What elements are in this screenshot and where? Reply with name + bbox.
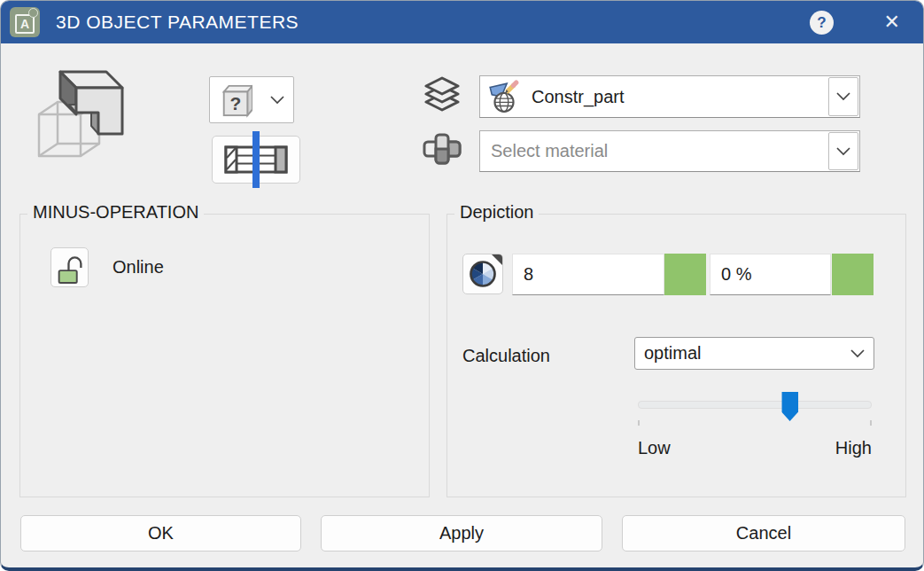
close-button[interactable]: ✕ xyxy=(884,10,900,34)
material-connector-icon xyxy=(423,129,462,169)
cross-section-beam-icon xyxy=(219,128,293,192)
layer-select[interactable]: Constr_part xyxy=(479,75,860,118)
pie-segments-icon xyxy=(467,258,499,290)
lock-toggle-button[interactable] xyxy=(50,247,89,287)
layer-select-arrow[interactable] xyxy=(828,77,858,116)
calculation-select-value: optimal xyxy=(644,343,701,364)
close-icon: ✕ xyxy=(884,11,900,33)
minus-operation-cubes-icon xyxy=(35,63,125,171)
chevron-down-icon xyxy=(836,92,850,101)
online-status-label: Online xyxy=(113,257,164,278)
facets-menu-button[interactable] xyxy=(462,254,503,294)
titlebar[interactable]: A 3D OBJECT PARAMETERS ? ✕ xyxy=(1,1,923,43)
cancel-button-label: Cancel xyxy=(736,523,791,544)
slider-high-label: High xyxy=(835,438,872,458)
apply-button[interactable]: Apply xyxy=(321,515,602,551)
ok-button-label: OK xyxy=(148,523,174,544)
minus-operation-group-label: MINUS-OPERATION xyxy=(27,202,204,223)
chevron-down-icon xyxy=(836,147,850,156)
transparency-input[interactable] xyxy=(710,254,831,295)
material-select-placeholder: Select material xyxy=(491,141,608,161)
slider-labels: Low High xyxy=(638,438,872,458)
depiction-group: Depiction Calculation optimal xyxy=(446,214,906,497)
ok-button[interactable]: OK xyxy=(20,515,301,551)
quality-slider[interactable]: Low High xyxy=(638,392,872,472)
transparency-color-swatch[interactable] xyxy=(832,254,874,295)
svg-text:?: ? xyxy=(230,93,242,113)
slider-track[interactable] xyxy=(638,401,872,409)
facets-color-swatch[interactable] xyxy=(664,254,706,295)
help-button[interactable]: ? xyxy=(810,11,834,35)
cancel-button[interactable]: Cancel xyxy=(622,515,905,551)
slider-thumb[interactable] xyxy=(781,392,798,421)
object-type-dropdown[interactable]: ? xyxy=(209,76,294,123)
layers-icon xyxy=(423,75,462,120)
padlock-open-icon xyxy=(55,251,85,285)
minus-operation-group: MINUS-OPERATION Online xyxy=(19,214,430,497)
window-title: 3D OBJECT PARAMETERS xyxy=(56,12,299,33)
depiction-group-label: Depiction xyxy=(454,202,539,223)
chevron-down-icon xyxy=(850,349,865,358)
3d-object-parameters-dialog: A 3D OBJECT PARAMETERS ? ✕ xyxy=(0,0,924,571)
facets-input[interactable] xyxy=(512,254,664,295)
chevron-down-icon xyxy=(270,96,284,105)
slider-low-label: Low xyxy=(638,438,671,458)
unknown-object-box-icon: ? xyxy=(219,82,252,119)
cross-section-button[interactable] xyxy=(212,136,300,184)
material-select-arrow[interactable] xyxy=(828,132,858,170)
app-icon: A xyxy=(10,7,40,37)
slider-tick-low xyxy=(638,420,640,426)
layer-edit-globe-icon xyxy=(487,80,521,113)
calculation-label: Calculation xyxy=(462,346,550,366)
calculation-select[interactable]: optimal xyxy=(634,337,874,370)
app-icon-badge xyxy=(28,8,38,18)
slider-tick-high xyxy=(870,420,872,426)
layer-select-value: Constr_part xyxy=(532,87,625,107)
apply-button-label: Apply xyxy=(439,523,484,544)
help-icon: ? xyxy=(817,14,826,32)
material-select[interactable]: Select material xyxy=(479,130,860,172)
